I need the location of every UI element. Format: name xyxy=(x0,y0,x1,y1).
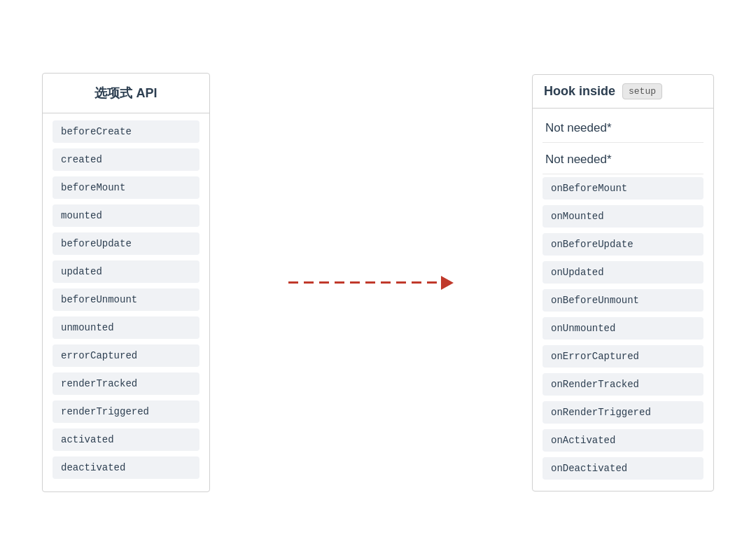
left-hook-item: mounted xyxy=(52,204,200,227)
left-panel-body: beforeCreatecreatedbeforeMountmountedbef… xyxy=(43,113,209,491)
right-hook-item: onBeforeMount xyxy=(542,177,704,200)
left-hook-item: errorCaptured xyxy=(52,344,200,367)
left-hook-item: activated xyxy=(52,428,200,451)
setup-badge: setup xyxy=(622,83,662,99)
right-hook-item: onUnmounted xyxy=(542,317,704,340)
left-hook-item: beforeMount xyxy=(52,176,200,199)
left-hook-item: beforeUpdate xyxy=(52,232,200,255)
right-hook-item: onBeforeUnmount xyxy=(542,289,704,312)
arrow-container xyxy=(210,276,532,290)
dashed-arrow xyxy=(288,276,454,290)
right-hook-item: onRenderTriggered xyxy=(542,401,704,424)
left-hook-item: deactivated xyxy=(52,456,200,479)
right-hook-item: onRenderTracked xyxy=(542,373,704,396)
arrow-head xyxy=(441,276,454,290)
right-hook-item: onMounted xyxy=(542,205,704,228)
right-hook-item: onErrorCaptured xyxy=(542,345,704,368)
left-panel-header: 选项式 API xyxy=(43,74,209,113)
left-hook-item: renderTracked xyxy=(52,372,200,395)
left-panel: 选项式 API beforeCreatecreatedbeforeMountmo… xyxy=(42,73,210,492)
left-hook-item: beforeCreate xyxy=(52,120,200,143)
right-hook-item: onBeforeUpdate xyxy=(542,233,704,256)
left-hook-item: created xyxy=(52,148,200,171)
right-panel-body: Not needed*Not needed*onBeforeMountonMou… xyxy=(533,109,713,491)
right-panel-title: Hook inside xyxy=(544,84,615,99)
not-needed-row: Not needed* xyxy=(542,146,704,174)
left-hook-item: unmounted xyxy=(52,316,200,339)
right-hook-item: onUpdated xyxy=(542,261,704,284)
main-container: 选项式 API beforeCreatecreatedbeforeMountmo… xyxy=(42,14,714,544)
left-hook-item: updated xyxy=(52,260,200,283)
right-hook-item: onActivated xyxy=(542,429,704,452)
right-panel-header: Hook inside setup xyxy=(533,75,713,109)
left-hook-item: beforeUnmount xyxy=(52,288,200,311)
left-hook-item: renderTriggered xyxy=(52,400,200,423)
dashed-line xyxy=(288,281,442,284)
not-needed-row: Not needed* xyxy=(542,114,704,143)
right-panel: Hook inside setup Not needed*Not needed*… xyxy=(532,74,714,491)
right-hook-item: onDeactivated xyxy=(542,457,704,480)
